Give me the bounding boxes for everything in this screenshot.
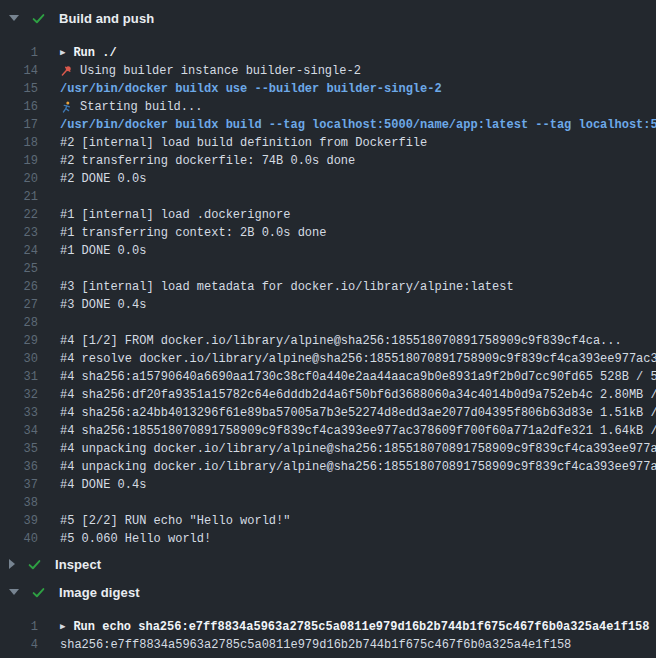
chevron-down-icon xyxy=(9,589,19,595)
line-number[interactable]: 1 xyxy=(0,44,38,62)
line-number[interactable]: 26 xyxy=(0,278,38,296)
log-text: #2 DONE 0.0s xyxy=(60,170,146,188)
log-text: /usr/bin/docker buildx use --builder bui… xyxy=(60,80,442,98)
check-icon xyxy=(31,11,46,26)
line-number[interactable]: 32 xyxy=(0,386,38,404)
line-number[interactable]: 33 xyxy=(0,404,38,422)
step-header-build-and-push[interactable]: Build and push xyxy=(0,6,656,30)
log-line: 1▶Run echo sha256:e7ff8834a5963a2785c5a0… xyxy=(0,618,656,636)
log-text: #4 unpacking docker.io/library/alpine@sh… xyxy=(60,440,656,458)
line-number[interactable]: 39 xyxy=(0,512,38,530)
line-number[interactable]: 14 xyxy=(0,62,38,80)
line-number[interactable]: 1 xyxy=(0,618,38,636)
line-number[interactable]: 38 xyxy=(0,494,38,512)
log-line: 17/usr/bin/docker buildx build --tag loc… xyxy=(0,116,656,134)
log-line: 36#4 unpacking docker.io/library/alpine@… xyxy=(0,458,656,476)
line-number[interactable]: 23 xyxy=(0,224,38,242)
log-text: #4 DONE 0.4s xyxy=(60,476,146,494)
log-text: sha256:e7ff8834a5963a2785c5a0811e979d16b… xyxy=(60,636,571,654)
line-number[interactable]: 27 xyxy=(0,296,38,314)
line-number[interactable]: 18 xyxy=(0,134,38,152)
log-line: 23#1 transferring context: 2B 0.0s done xyxy=(0,224,656,242)
log-line: 34#4 sha256:185518070891758909c9f839cf4c… xyxy=(0,422,656,440)
log-text: #5 0.060 Hello world! xyxy=(60,530,211,548)
log-line: 32#4 sha256:df20fa9351a15782c64e6dddb2d4… xyxy=(0,386,656,404)
line-number[interactable]: 34 xyxy=(0,422,38,440)
run-group-line[interactable]: ▶Run echo sha256:e7ff8834a5963a2785c5a08… xyxy=(60,618,650,636)
log-text: #3 DONE 0.4s xyxy=(60,296,146,314)
log-line: 26#3 [internal] load metadata for docker… xyxy=(0,278,656,296)
log-line: 28 xyxy=(0,314,656,332)
log-line: 19#2 transferring dockerfile: 74B 0.0s d… xyxy=(0,152,656,170)
step-inspect: Inspect xyxy=(0,552,656,576)
line-number[interactable]: 19 xyxy=(0,152,38,170)
log-text: Starting build... xyxy=(60,98,202,116)
line-number[interactable]: 21 xyxy=(0,188,38,206)
line-number[interactable]: 24 xyxy=(0,242,38,260)
log-line: 24#1 DONE 0.0s xyxy=(0,242,656,260)
log-text: #4 [1/2] FROM docker.io/library/alpine@s… xyxy=(60,332,622,350)
log-text: #5 [2/2] RUN echo "Hello world!" xyxy=(60,512,290,530)
line-number[interactable]: 37 xyxy=(0,476,38,494)
line-number[interactable]: 28 xyxy=(0,314,38,332)
log-text: #1 DONE 0.0s xyxy=(60,242,146,260)
log-line: 40#5 0.060 Hello world! xyxy=(0,530,656,548)
expand-marker-icon: ▶ xyxy=(60,44,65,62)
line-number[interactable]: 16 xyxy=(0,98,38,116)
log-text: #2 [internal] load build definition from… xyxy=(60,134,427,152)
line-number[interactable]: 40 xyxy=(0,530,38,548)
line-number[interactable]: 30 xyxy=(0,350,38,368)
step-title: Image digest xyxy=(59,585,140,600)
log-text: Using builder instance builder-single-2 xyxy=(60,62,361,80)
check-icon xyxy=(31,585,46,600)
check-icon xyxy=(27,557,42,572)
pushpin-icon xyxy=(60,65,73,77)
line-number[interactable]: 15 xyxy=(0,80,38,98)
log-text: #4 sha256:a24bb4013296f61e89ba57005a7b3e… xyxy=(60,404,656,422)
workflow-log-viewer: Build and push 1▶Run ./14Using builder i… xyxy=(0,0,656,658)
log-text: #4 sha256:df20fa9351a15782c64e6dddb2d4a6… xyxy=(60,386,656,404)
chevron-right-icon xyxy=(9,559,15,569)
log-text: /usr/bin/docker buildx build --tag local… xyxy=(60,116,656,134)
line-number[interactable]: 31 xyxy=(0,368,38,386)
log-line: 22#1 [internal] load .dockerignore xyxy=(0,206,656,224)
line-number[interactable]: 22 xyxy=(0,206,38,224)
log-line: 37#4 DONE 0.4s xyxy=(0,476,656,494)
log-line: 18#2 [internal] load build definition fr… xyxy=(0,134,656,152)
line-number[interactable]: 17 xyxy=(0,116,38,134)
line-number[interactable]: 25 xyxy=(0,260,38,278)
log-text: #4 resolve docker.io/library/alpine@sha2… xyxy=(60,350,656,368)
step-build-and-push: Build and push 1▶Run ./14Using builder i… xyxy=(0,6,656,548)
log-line: 4sha256:e7ff8834a5963a2785c5a0811e979d16… xyxy=(0,636,656,654)
line-number[interactable]: 4 xyxy=(0,636,38,654)
log-text: #1 [internal] load .dockerignore xyxy=(60,206,290,224)
step-header-image-digest[interactable]: Image digest xyxy=(0,580,656,604)
step-log-lines: 1▶Run ./14Using builder instance builder… xyxy=(0,30,656,548)
log-line: 15/usr/bin/docker buildx use --builder b… xyxy=(0,80,656,98)
log-text: #4 unpacking docker.io/library/alpine@sh… xyxy=(60,458,656,476)
log-line: 27#3 DONE 0.4s xyxy=(0,296,656,314)
log-line: 38 xyxy=(0,494,656,512)
step-title: Inspect xyxy=(55,557,101,572)
log-line: 14Using builder instance builder-single-… xyxy=(0,62,656,80)
log-line: 31#4 sha256:a15790640a6690aa1730c38cf0a4… xyxy=(0,368,656,386)
log-text: #2 transferring dockerfile: 74B 0.0s don… xyxy=(60,152,355,170)
line-number[interactable]: 35 xyxy=(0,440,38,458)
step-title: Build and push xyxy=(59,11,154,26)
line-number[interactable]: 20 xyxy=(0,170,38,188)
log-line: 39#5 [2/2] RUN echo "Hello world!" xyxy=(0,512,656,530)
log-line: 1▶Run ./ xyxy=(0,44,656,62)
run-group-line[interactable]: ▶Run ./ xyxy=(60,44,117,62)
log-line: 16Starting build... xyxy=(0,98,656,116)
log-text: #1 transferring context: 2B 0.0s done xyxy=(60,224,326,242)
expand-marker-icon: ▶ xyxy=(60,618,65,636)
step-image-digest: Image digest 1▶Run echo sha256:e7ff8834a… xyxy=(0,580,656,654)
step-header-inspect[interactable]: Inspect xyxy=(0,552,656,576)
line-number[interactable]: 36 xyxy=(0,458,38,476)
log-line: 20#2 DONE 0.0s xyxy=(0,170,656,188)
line-number[interactable]: 29 xyxy=(0,332,38,350)
log-line: 33#4 sha256:a24bb4013296f61e89ba57005a7b… xyxy=(0,404,656,422)
log-text: #4 sha256:a15790640a6690aa1730c38cf0a440… xyxy=(60,368,656,386)
step-log-lines: 1▶Run echo sha256:e7ff8834a5963a2785c5a0… xyxy=(0,604,656,654)
log-line: 21 xyxy=(0,188,656,206)
